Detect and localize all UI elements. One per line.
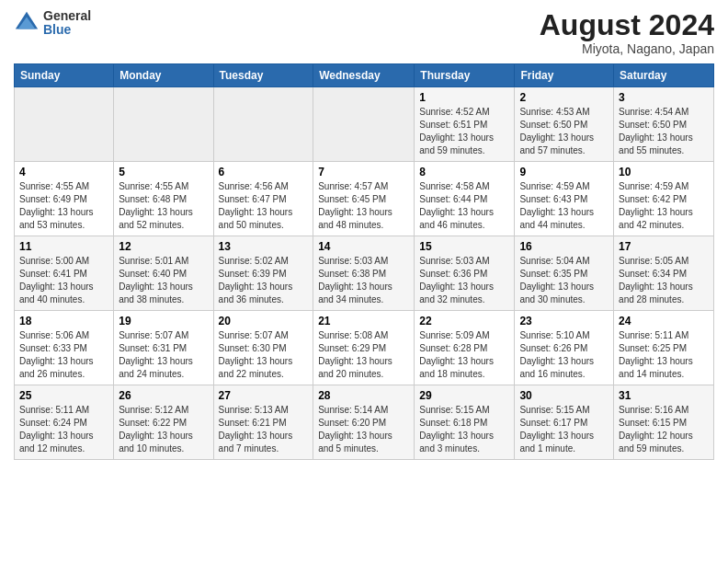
day-number: 22 — [419, 315, 509, 327]
calendar-cell: 7Sunrise: 4:57 AM Sunset: 6:45 PM Daylig… — [313, 162, 415, 236]
day-info: Sunrise: 5:07 AM Sunset: 6:30 PM Dayligh… — [219, 329, 309, 381]
day-info: Sunrise: 5:11 AM Sunset: 6:25 PM Dayligh… — [619, 329, 709, 381]
day-number: 8 — [419, 166, 509, 178]
day-number: 17 — [619, 240, 709, 253]
calendar-week-row: 18Sunrise: 5:06 AM Sunset: 6:33 PM Dayli… — [15, 311, 714, 385]
logo-general: General — [43, 9, 91, 23]
day-info: Sunrise: 4:55 AM Sunset: 6:49 PM Dayligh… — [19, 180, 108, 232]
calendar-cell: 24Sunrise: 5:11 AM Sunset: 6:25 PM Dayli… — [614, 311, 714, 385]
calendar-cell: 6Sunrise: 4:56 AM Sunset: 6:47 PM Daylig… — [213, 162, 313, 236]
day-of-week-header: Friday — [515, 64, 614, 87]
day-number: 28 — [318, 389, 409, 402]
day-number: 21 — [318, 315, 409, 327]
day-number: 3 — [619, 91, 709, 104]
day-number: 10 — [619, 166, 709, 178]
day-info: Sunrise: 5:15 AM Sunset: 6:17 PM Dayligh… — [519, 404, 609, 455]
day-number: 26 — [119, 389, 208, 402]
calendar-cell: 20Sunrise: 5:07 AM Sunset: 6:30 PM Dayli… — [213, 311, 313, 385]
day-info: Sunrise: 5:09 AM Sunset: 6:28 PM Dayligh… — [419, 329, 509, 381]
day-number: 24 — [619, 315, 709, 327]
day-info: Sunrise: 4:54 AM Sunset: 6:50 PM Dayligh… — [619, 106, 709, 157]
day-info: Sunrise: 5:05 AM Sunset: 6:34 PM Dayligh… — [619, 255, 709, 306]
day-number: 29 — [419, 389, 509, 402]
calendar-cell: 23Sunrise: 5:10 AM Sunset: 6:26 PM Dayli… — [515, 311, 614, 385]
calendar-cell: 1Sunrise: 4:52 AM Sunset: 6:51 PM Daylig… — [415, 87, 515, 162]
day-info: Sunrise: 5:10 AM Sunset: 6:26 PM Dayligh… — [519, 329, 609, 381]
calendar-cell: 25Sunrise: 5:11 AM Sunset: 6:24 PM Dayli… — [15, 385, 114, 460]
calendar-week-row: 4Sunrise: 4:55 AM Sunset: 6:49 PM Daylig… — [15, 162, 714, 236]
logo-text: General Blue — [43, 9, 91, 38]
day-number: 16 — [519, 240, 609, 253]
calendar-cell — [213, 87, 313, 162]
day-info: Sunrise: 5:00 AM Sunset: 6:41 PM Dayligh… — [19, 255, 108, 306]
day-of-week-header: Saturday — [614, 64, 714, 87]
day-info: Sunrise: 5:06 AM Sunset: 6:33 PM Dayligh… — [19, 329, 108, 381]
calendar-cell: 30Sunrise: 5:15 AM Sunset: 6:17 PM Dayli… — [515, 385, 614, 460]
day-of-week-header: Wednesday — [313, 64, 415, 87]
day-of-week-header: Sunday — [15, 64, 114, 87]
day-of-week-header: Thursday — [415, 64, 515, 87]
day-number: 14 — [318, 240, 409, 253]
day-info: Sunrise: 5:03 AM Sunset: 6:36 PM Dayligh… — [419, 255, 509, 306]
day-info: Sunrise: 5:02 AM Sunset: 6:39 PM Dayligh… — [219, 255, 309, 306]
day-number: 18 — [19, 315, 108, 327]
calendar-cell: 12Sunrise: 5:01 AM Sunset: 6:40 PM Dayli… — [114, 236, 213, 311]
day-info: Sunrise: 4:56 AM Sunset: 6:47 PM Dayligh… — [219, 180, 309, 232]
day-number: 30 — [519, 389, 609, 402]
day-number: 11 — [19, 240, 108, 253]
calendar-cell: 29Sunrise: 5:15 AM Sunset: 6:18 PM Dayli… — [415, 385, 515, 460]
calendar-cell: 15Sunrise: 5:03 AM Sunset: 6:36 PM Dayli… — [415, 236, 515, 311]
day-info: Sunrise: 5:03 AM Sunset: 6:38 PM Dayligh… — [318, 255, 409, 306]
day-number: 7 — [318, 166, 409, 178]
calendar-cell: 26Sunrise: 5:12 AM Sunset: 6:22 PM Dayli… — [114, 385, 213, 460]
calendar-cell: 13Sunrise: 5:02 AM Sunset: 6:39 PM Dayli… — [213, 236, 313, 311]
page-header: General Blue August 2024 Miyota, Nagano,… — [14, 9, 714, 56]
day-info: Sunrise: 5:01 AM Sunset: 6:40 PM Dayligh… — [119, 255, 208, 306]
calendar-cell: 4Sunrise: 4:55 AM Sunset: 6:49 PM Daylig… — [15, 162, 114, 236]
calendar-cell: 9Sunrise: 4:59 AM Sunset: 6:43 PM Daylig… — [515, 162, 614, 236]
day-info: Sunrise: 4:52 AM Sunset: 6:51 PM Dayligh… — [419, 106, 509, 157]
day-number: 6 — [219, 166, 309, 178]
calendar-cell: 28Sunrise: 5:14 AM Sunset: 6:20 PM Dayli… — [313, 385, 415, 460]
calendar-cell: 31Sunrise: 5:16 AM Sunset: 6:15 PM Dayli… — [614, 385, 714, 460]
calendar-cell: 16Sunrise: 5:04 AM Sunset: 6:35 PM Dayli… — [515, 236, 614, 311]
day-info: Sunrise: 5:07 AM Sunset: 6:31 PM Dayligh… — [119, 329, 208, 381]
calendar-cell: 14Sunrise: 5:03 AM Sunset: 6:38 PM Dayli… — [313, 236, 415, 311]
calendar-week-row: 25Sunrise: 5:11 AM Sunset: 6:24 PM Dayli… — [15, 385, 714, 460]
day-info: Sunrise: 4:53 AM Sunset: 6:50 PM Dayligh… — [519, 106, 609, 157]
calendar-cell: 10Sunrise: 4:59 AM Sunset: 6:42 PM Dayli… — [614, 162, 714, 236]
day-number: 1 — [419, 91, 509, 104]
calendar-week-row: 1Sunrise: 4:52 AM Sunset: 6:51 PM Daylig… — [15, 87, 714, 162]
day-info: Sunrise: 5:11 AM Sunset: 6:24 PM Dayligh… — [19, 404, 108, 455]
logo-blue: Blue — [43, 23, 91, 37]
calendar-cell — [313, 87, 415, 162]
logo-icon — [14, 10, 40, 36]
calendar-header-row: SundayMondayTuesdayWednesdayThursdayFrid… — [15, 64, 714, 87]
day-info: Sunrise: 5:08 AM Sunset: 6:29 PM Dayligh… — [318, 329, 409, 381]
day-number: 15 — [419, 240, 509, 253]
calendar-cell: 19Sunrise: 5:07 AM Sunset: 6:31 PM Dayli… — [114, 311, 213, 385]
day-info: Sunrise: 4:59 AM Sunset: 6:43 PM Dayligh… — [519, 180, 609, 232]
calendar-cell: 22Sunrise: 5:09 AM Sunset: 6:28 PM Dayli… — [415, 311, 515, 385]
calendar-cell: 5Sunrise: 4:55 AM Sunset: 6:48 PM Daylig… — [114, 162, 213, 236]
day-info: Sunrise: 4:58 AM Sunset: 6:44 PM Dayligh… — [419, 180, 509, 232]
calendar-cell: 8Sunrise: 4:58 AM Sunset: 6:44 PM Daylig… — [415, 162, 515, 236]
day-info: Sunrise: 4:55 AM Sunset: 6:48 PM Dayligh… — [119, 180, 208, 232]
calendar-cell: 2Sunrise: 4:53 AM Sunset: 6:50 PM Daylig… — [515, 87, 614, 162]
day-of-week-header: Tuesday — [213, 64, 313, 87]
day-number: 31 — [619, 389, 709, 402]
day-number: 20 — [219, 315, 309, 327]
day-info: Sunrise: 5:12 AM Sunset: 6:22 PM Dayligh… — [119, 404, 208, 455]
day-of-week-header: Monday — [114, 64, 213, 87]
calendar-cell — [15, 87, 114, 162]
day-number: 5 — [119, 166, 208, 178]
day-number: 13 — [219, 240, 309, 253]
logo: General Blue — [14, 9, 91, 38]
calendar-cell: 3Sunrise: 4:54 AM Sunset: 6:50 PM Daylig… — [614, 87, 714, 162]
title-block: August 2024 Miyota, Nagano, Japan — [540, 9, 714, 56]
day-number: 23 — [519, 315, 609, 327]
calendar-cell: 18Sunrise: 5:06 AM Sunset: 6:33 PM Dayli… — [15, 311, 114, 385]
day-number: 25 — [19, 389, 108, 402]
day-number: 4 — [19, 166, 108, 178]
day-info: Sunrise: 4:57 AM Sunset: 6:45 PM Dayligh… — [318, 180, 409, 232]
